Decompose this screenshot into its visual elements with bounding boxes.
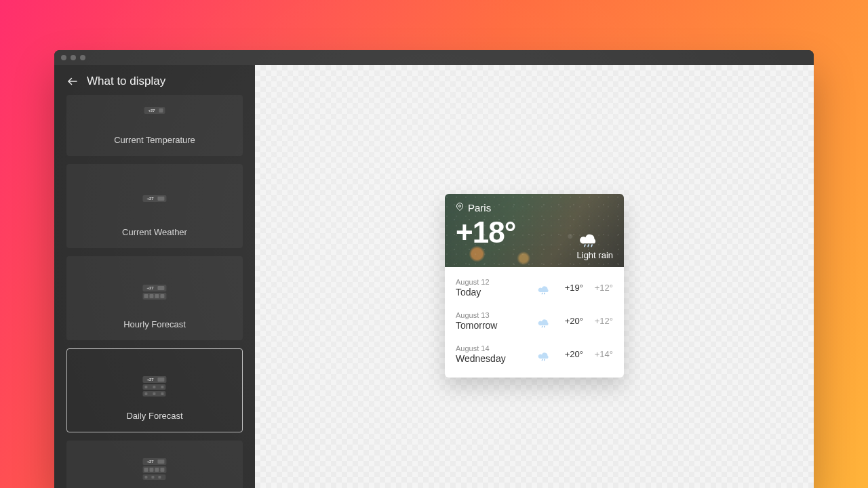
app-body: What to display +27 Current Temperature <box>54 65 814 488</box>
option-current-temperature[interactable]: +27 Current Temperature <box>66 95 243 156</box>
forecast-low: +14° <box>583 349 613 359</box>
svg-line-8 <box>545 326 545 327</box>
forecast-day-name: Today <box>456 287 534 298</box>
thumb-current-weather: +27 <box>142 195 166 202</box>
forecast-high: +19° <box>553 283 583 293</box>
condition-label: Light rain <box>577 250 613 260</box>
option-label: Hourly Forecast <box>123 319 186 329</box>
thumb-extended: +27 <box>142 458 166 480</box>
svg-line-2 <box>585 245 585 247</box>
option-extended[interactable]: +27 <box>66 441 243 488</box>
location-name: Paris <box>468 202 491 214</box>
forecast-row: August 12 Today +19° +12° <box>456 271 613 304</box>
svg-point-1 <box>459 205 461 207</box>
svg-line-9 <box>542 359 542 361</box>
traffic-light-zoom[interactable] <box>80 55 85 60</box>
thumb-current-temperature: +27 <box>144 107 165 114</box>
desktop-background: What to display +27 Current Temperature <box>0 0 868 488</box>
traffic-light-minimize[interactable] <box>71 55 76 60</box>
rain-cloud-icon <box>534 348 553 361</box>
traffic-light-close[interactable] <box>61 55 66 60</box>
option-label: Current Temperature <box>114 135 195 145</box>
forecast-date: August 14 <box>456 344 534 352</box>
svg-line-4 <box>591 245 592 247</box>
app-window: What to display +27 Current Temperature <box>54 50 814 488</box>
widget-condition: Light rain <box>577 227 613 260</box>
sidebar-title: What to display <box>87 75 165 88</box>
preview-canvas[interactable]: Paris +18° Light rain <box>255 65 814 488</box>
option-hourly-forecast[interactable]: +27 Hourly Forecast <box>66 256 243 340</box>
widget-location: Paris <box>456 202 613 214</box>
widget-hero: Paris +18° Light rain <box>445 194 624 267</box>
forecast-row: August 14 Wednesday +20° +14° <box>456 338 613 371</box>
back-arrow-icon[interactable] <box>66 75 79 87</box>
sidebar: What to display +27 Current Temperature <box>54 65 255 488</box>
widget-day-list: August 12 Today +19° +12° August 13 <box>445 267 624 378</box>
forecast-day-name: Tomorrow <box>456 320 534 331</box>
forecast-low: +12° <box>583 316 613 326</box>
location-pin-icon <box>456 202 464 214</box>
weather-widget: Paris +18° Light rain <box>445 194 624 378</box>
svg-line-5 <box>542 293 542 294</box>
svg-line-10 <box>545 359 545 361</box>
thumb-hourly-forecast: +27 <box>142 285 166 300</box>
option-daily-forecast[interactable]: +27 Daily Forecast <box>66 348 243 432</box>
forecast-high: +20° <box>553 349 583 359</box>
svg-line-6 <box>545 293 545 294</box>
sidebar-options: +27 Current Temperature +27 Current Weat… <box>54 95 255 488</box>
forecast-high: +20° <box>553 316 583 326</box>
thumb-daily-forecast: +27 <box>142 376 166 396</box>
forecast-date: August 12 <box>456 278 534 286</box>
option-label: Current Weather <box>122 227 187 237</box>
forecast-date: August 13 <box>456 311 534 319</box>
forecast-low: +12° <box>583 283 613 293</box>
svg-line-7 <box>542 326 542 327</box>
sidebar-header: What to display <box>54 65 255 95</box>
rain-cloud-icon <box>534 314 553 328</box>
rain-cloud-icon <box>534 281 553 295</box>
option-label: Daily Forecast <box>126 411 182 421</box>
cloud-rain-icon <box>577 227 613 247</box>
svg-line-3 <box>588 245 589 247</box>
option-current-weather[interactable]: +27 Current Weather <box>66 164 243 248</box>
forecast-day-name: Wednesday <box>456 353 534 364</box>
window-titlebar <box>54 50 814 65</box>
forecast-row: August 13 Tomorrow +20° +12° <box>456 304 613 338</box>
